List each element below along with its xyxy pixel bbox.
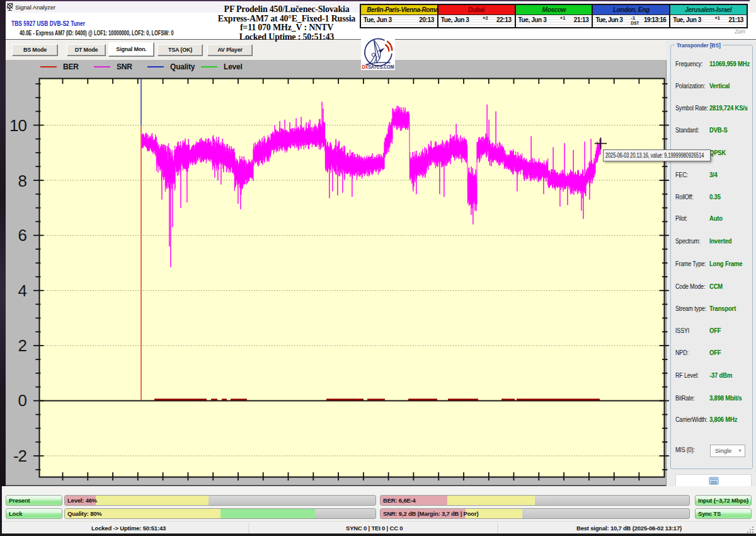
- svg-text:DXSATCS.COM: DXSATCS.COM: [362, 64, 394, 70]
